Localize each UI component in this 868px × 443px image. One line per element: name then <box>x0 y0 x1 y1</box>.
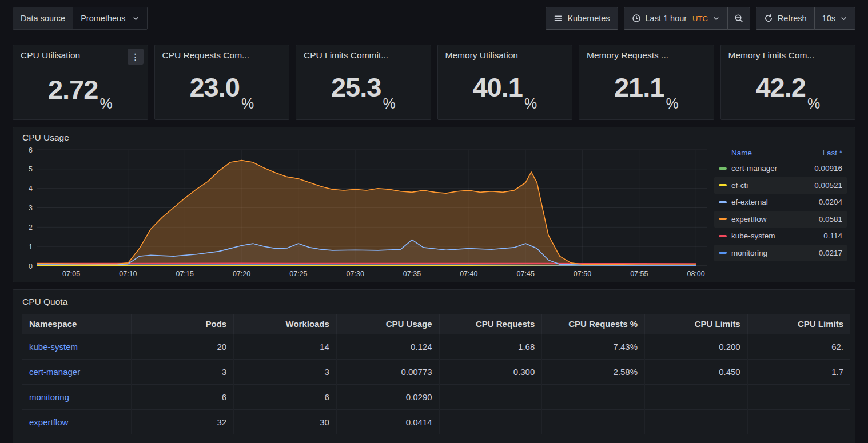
stat-value: 21.1 <box>614 74 664 101</box>
kubernetes-button[interactable]: Kubernetes <box>546 7 618 30</box>
quota-cell: 0.0290 <box>336 385 439 410</box>
legend-name-header[interactable]: Name <box>731 149 752 157</box>
svg-text:07:25: 07:25 <box>289 270 307 278</box>
legend-series-name[interactable]: kube-system <box>731 232 823 240</box>
quota-cell: 62. <box>747 334 850 360</box>
quota-cell: 6 <box>131 385 234 410</box>
cpu-quota-table: NamespacePodsWorkloadsCPU UsageCPU Reque… <box>22 314 850 434</box>
quota-header-row: NamespacePodsWorkloadsCPU UsageCPU Reque… <box>22 314 850 334</box>
quota-column-header[interactable]: CPU Limits <box>645 314 748 334</box>
quota-cell: 7.43% <box>542 334 645 360</box>
time-range-picker[interactable]: Last 1 hour UTC <box>624 7 728 30</box>
stat-unit: % <box>524 95 537 114</box>
refresh-button-label: Refresh <box>778 14 807 23</box>
quota-column-header[interactable]: CPU Requests <box>439 314 542 334</box>
legend-last-header[interactable]: Last * <box>822 149 842 157</box>
stat-panel-title[interactable]: Memory Utilisation <box>445 50 518 61</box>
cpu-quota-panel: CPU Quota NamespacePodsWorkloadsCPU Usag… <box>13 289 855 443</box>
legend-series-name[interactable]: monitoring <box>731 249 819 257</box>
chevron-down-icon <box>132 15 140 22</box>
svg-text:07:55: 07:55 <box>630 270 648 278</box>
namespace-link[interactable]: expertflow <box>29 417 68 427</box>
panel-menu-button[interactable]: ⋮ <box>128 49 144 65</box>
stat-panel-header: CPU Requests Com... <box>162 50 282 61</box>
refresh-interval-picker[interactable]: 10s <box>814 7 855 30</box>
quota-column-header[interactable]: CPU Usage <box>336 314 439 334</box>
quota-cell: 1.68 <box>439 334 542 360</box>
quota-column-header[interactable]: CPU Requests % <box>542 314 645 334</box>
legend-series-name[interactable]: ef-external <box>731 198 819 206</box>
svg-text:07:40: 07:40 <box>460 270 477 278</box>
legend-series-name[interactable]: ef-cti <box>731 181 814 190</box>
svg-text:07:10: 07:10 <box>119 270 137 278</box>
quota-cell: 0.200 <box>645 334 748 360</box>
svg-text:5: 5 <box>29 165 33 173</box>
datasource-picker[interactable]: Data source Prometheus <box>13 7 148 30</box>
stat-value: 40.1 <box>472 74 522 101</box>
legend-series-name[interactable]: expertflow <box>731 215 819 224</box>
legend-series-last: 0.00521 <box>814 181 842 190</box>
stat-value: 2.72 <box>48 76 98 103</box>
quota-column-header[interactable]: Pods <box>131 314 234 334</box>
zoom-out-button[interactable] <box>727 7 750 30</box>
svg-text:07:35: 07:35 <box>403 270 421 278</box>
time-range-label: Last 1 hour <box>646 14 687 23</box>
legend-header: Name Last * <box>714 149 847 160</box>
stat-value: 42.2 <box>755 74 805 101</box>
cpu-quota-panel-title[interactable]: CPU Quota <box>13 290 855 314</box>
namespace-link[interactable]: kube-system <box>29 342 78 352</box>
svg-text:08:00: 08:00 <box>687 270 704 278</box>
stat-panel-header: Memory Limits Com... <box>728 50 848 61</box>
namespace-link[interactable]: monitoring <box>29 392 69 402</box>
stat-value-group: 23.0 % <box>162 61 282 114</box>
stat-panel-title[interactable]: Memory Limits Com... <box>728 50 815 61</box>
quota-column-header[interactable]: Namespace <box>22 314 131 334</box>
legend-row: ef-external 0.0204 <box>714 194 847 211</box>
stat-panel-title[interactable]: CPU Utilisation <box>21 50 80 61</box>
stat-value-group: 25.3 % <box>304 61 423 114</box>
kubernetes-button-label: Kubernetes <box>567 14 610 23</box>
quota-cell: kube-system <box>22 334 131 360</box>
cpu-usage-chart[interactable]: 012345607:0507:1007:1507:2007:2507:3007:… <box>19 144 712 280</box>
svg-text:07:15: 07:15 <box>176 270 194 278</box>
stat-panel-title[interactable]: Memory Requests ... <box>587 50 668 61</box>
stat-value-group: 40.1 % <box>445 61 565 114</box>
legend-series-swatch <box>719 201 727 203</box>
stat-panel: CPU Limits Commit... 25.3 % <box>296 45 431 120</box>
datasource-value-text: Prometheus <box>81 14 125 23</box>
quota-cell <box>439 385 542 410</box>
legend-row: ef-cti 0.00521 <box>714 177 847 194</box>
quota-cell: 3 <box>131 360 234 385</box>
quota-cell: 20 <box>131 334 234 360</box>
stat-panel-title[interactable]: CPU Limits Commit... <box>304 50 388 61</box>
topbar-controls: Kubernetes Last 1 hour UTC Refresh 10s <box>546 7 855 30</box>
legend-series-name[interactable]: cert-manager <box>731 164 814 173</box>
quota-column-header[interactable]: CPU Limits <box>747 314 850 334</box>
refresh-button[interactable]: Refresh <box>756 7 815 30</box>
quota-cell: 3 <box>234 360 337 385</box>
namespace-link[interactable]: cert-manager <box>29 367 80 377</box>
legend-series-swatch <box>719 184 727 186</box>
stats-row: CPU Utilisation ⋮ 2.72 % CPU Requests Co… <box>13 45 855 120</box>
legend-series-last: 0.0217 <box>819 249 842 257</box>
quota-table-row: monitoring660.0290 <box>22 385 850 410</box>
quota-cell: 0.300 <box>439 360 542 385</box>
stat-unit: % <box>99 95 112 114</box>
refresh-icon <box>764 14 773 23</box>
cpu-usage-panel-title[interactable]: CPU Usage <box>13 127 855 143</box>
stat-panel: Memory Requests ... 21.1 % <box>579 45 714 120</box>
chevron-down-icon <box>712 15 720 22</box>
stat-panel-header: CPU Limits Commit... <box>304 50 423 61</box>
quota-cell: 0.450 <box>645 360 748 385</box>
stat-panel-header: CPU Utilisation ⋮ <box>21 50 140 65</box>
stat-unit: % <box>807 95 820 114</box>
stat-unit: % <box>383 95 395 114</box>
timezone-label: UTC <box>692 14 708 23</box>
legend-row: expertflow 0.0581 <box>714 211 847 228</box>
quota-cell: 32 <box>131 410 234 435</box>
dashboard-topbar: Data source Prometheus Kubernetes Last 1… <box>0 0 868 30</box>
datasource-value-dropdown[interactable]: Prometheus <box>73 7 147 29</box>
quota-column-header[interactable]: Workloads <box>234 314 337 334</box>
cpu-usage-chart-area: 012345607:0507:1007:1507:2007:2507:3007:… <box>13 143 855 282</box>
stat-panel-title[interactable]: CPU Requests Com... <box>162 50 249 61</box>
